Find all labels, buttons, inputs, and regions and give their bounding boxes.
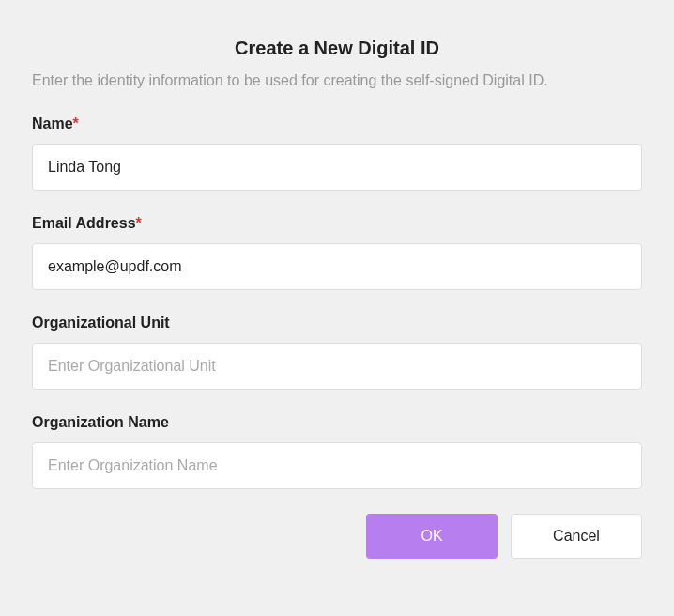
org-name-label: Organization Name	[32, 414, 642, 431]
name-group: Name*	[32, 116, 642, 191]
name-input[interactable]	[32, 144, 642, 191]
name-label-text: Name	[32, 116, 73, 131]
required-star: *	[73, 116, 79, 131]
email-input[interactable]	[32, 243, 642, 290]
org-unit-label: Organizational Unit	[32, 315, 642, 331]
org-unit-input[interactable]	[32, 343, 642, 390]
dialog-title: Create a New Digital ID	[32, 38, 642, 59]
org-name-group: Organization Name	[32, 414, 642, 489]
ok-button[interactable]: OK	[366, 514, 498, 559]
button-row: OK Cancel	[32, 514, 642, 559]
dialog-subtitle: Enter the identity information to be use…	[32, 72, 642, 89]
required-star: *	[136, 215, 142, 231]
cancel-button[interactable]: Cancel	[511, 514, 642, 559]
email-label: Email Address*	[32, 215, 642, 232]
email-label-text: Email Address	[32, 215, 136, 231]
org-unit-group: Organizational Unit	[32, 315, 642, 390]
email-group: Email Address*	[32, 215, 642, 290]
org-name-input[interactable]	[32, 442, 642, 489]
name-label: Name*	[32, 116, 642, 132]
